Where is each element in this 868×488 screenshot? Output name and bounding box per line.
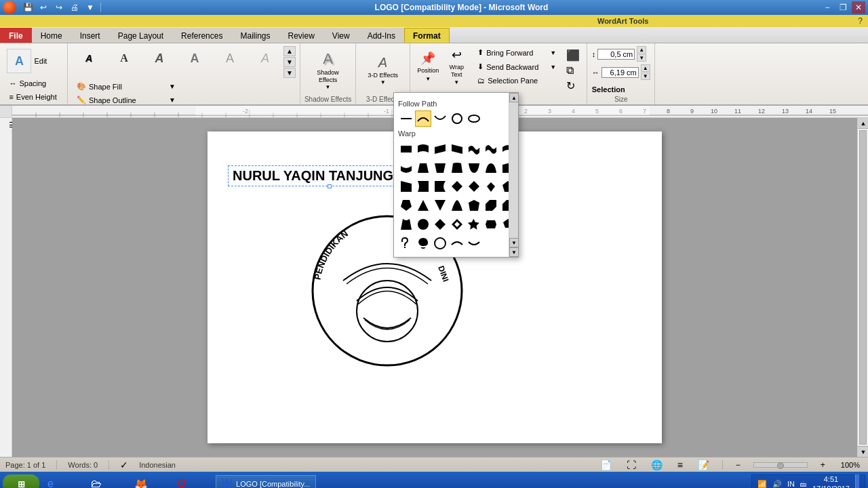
scroll-down-button[interactable]: ▼: [858, 446, 868, 457]
warp-30[interactable]: [415, 216, 431, 232]
warp-37[interactable]: [415, 235, 431, 251]
shadow-effects-button[interactable]: A Shadow Effects ▼: [308, 50, 349, 91]
path-shape-2[interactable]: [415, 110, 431, 127]
show-desktop[interactable]: [855, 474, 859, 488]
restore-button[interactable]: ❐: [836, 1, 850, 14]
web-layout-button[interactable]: 🌐: [649, 460, 665, 470]
warp-33[interactable]: [466, 216, 482, 232]
warp-20[interactable]: [483, 178, 499, 195]
save-button[interactable]: 💾: [21, 1, 35, 14]
warp-13[interactable]: [483, 159, 499, 176]
tab-format[interactable]: Format: [404, 28, 450, 43]
file-explorer-button[interactable]: 🗁: [85, 475, 126, 488]
warp-15[interactable]: [398, 178, 414, 195]
dropdown-scroll-up[interactable]: ▲: [509, 93, 519, 102]
warp-5[interactable]: [466, 140, 482, 157]
path-shape-3[interactable]: [432, 110, 448, 127]
clock[interactable]: 4:51 17/10/2017: [812, 474, 850, 488]
warp-22[interactable]: [398, 197, 414, 214]
shape-outline-button[interactable]: ✏️ Shape Outline ▼: [72, 94, 180, 106]
tab-mailings[interactable]: Mailings: [231, 28, 279, 43]
shape-fill-button[interactable]: 🎨 Shape Fill ▼: [72, 80, 180, 93]
warp-26[interactable]: [466, 197, 482, 214]
help-button[interactable]: ?: [852, 16, 868, 26]
send-backward-button[interactable]: ⬇Send Backward▼: [473, 60, 561, 73]
undo-button[interactable]: ↩: [37, 1, 50, 14]
ie-button[interactable]: e: [42, 475, 83, 488]
customize-qat-button[interactable]: ▼: [83, 1, 97, 14]
scroll-up-button[interactable]: ▲: [858, 118, 868, 129]
group-button[interactable]: ⧉: [566, 64, 580, 77]
volume-icon[interactable]: 🔊: [772, 480, 782, 489]
selection-pane-button[interactable]: 🗂Selection Pane: [473, 75, 561, 87]
network-icon[interactable]: 📶: [757, 480, 767, 489]
warp-34[interactable]: [483, 216, 499, 232]
tab-review[interactable]: Review: [279, 28, 323, 43]
warp-6[interactable]: [483, 140, 499, 157]
warp-23[interactable]: [415, 197, 431, 214]
full-screen-button[interactable]: ⛶: [625, 460, 638, 470]
warp-32[interactable]: [449, 216, 465, 232]
warp-12[interactable]: [466, 159, 482, 176]
print-layout-button[interactable]: 📄: [598, 460, 614, 470]
warp-40[interactable]: [466, 235, 482, 251]
wordart-style-3[interactable]: A: [142, 46, 176, 70]
wordart-gallery-scroll[interactable]: ▲ ▼ ▼: [283, 46, 296, 78]
position-button[interactable]: 📌 Position ▼: [414, 46, 441, 87]
outline-button[interactable]: ≡: [675, 460, 685, 470]
warp-29[interactable]: [398, 216, 414, 232]
warp-27[interactable]: [483, 197, 499, 214]
zoom-in-button[interactable]: +: [818, 460, 827, 470]
edit-wordart-button[interactable]: A Edit: [4, 46, 50, 76]
warp-3[interactable]: [432, 140, 448, 157]
height-input[interactable]: [597, 49, 635, 60]
tab-page-layout[interactable]: Page Layout: [109, 28, 172, 43]
path-shape-4[interactable]: [449, 110, 465, 127]
warp-17[interactable]: [432, 178, 448, 195]
rotate-button[interactable]: ↻: [566, 79, 580, 92]
wordart-style-1[interactable]: A: [72, 46, 106, 70]
warp-10[interactable]: [432, 159, 448, 176]
warp-16[interactable]: [415, 178, 431, 195]
warp-9[interactable]: [415, 159, 431, 176]
warp-1[interactable]: [398, 140, 414, 157]
width-spinner[interactable]: ▲ ▼: [641, 64, 650, 80]
word-taskbar-button[interactable]: W LOGO [Compatibility...: [216, 475, 316, 488]
dropdown-scroll-bottom[interactable]: ▼: [509, 247, 519, 257]
width-input[interactable]: [601, 67, 639, 78]
tab-references[interactable]: References: [172, 28, 231, 43]
language-indicator[interactable]: IN: [787, 480, 795, 488]
warp-2[interactable]: [415, 140, 431, 157]
warp-31[interactable]: [432, 216, 448, 232]
spacing-button[interactable]: ↔ Spacing: [4, 77, 62, 89]
firefox-button[interactable]: 🦊: [129, 475, 170, 488]
warp-4[interactable]: [449, 140, 465, 157]
warp-18[interactable]: [449, 178, 465, 195]
zoom-out-button[interactable]: −: [734, 460, 743, 470]
dropdown-scroll-down[interactable]: ▼: [509, 238, 519, 247]
bring-forward-button[interactable]: ⬆Bring Forward▼: [473, 46, 561, 59]
change-shape-dropdown[interactable]: Follow Path Warp: [393, 92, 519, 258]
scroll-thumb[interactable]: [859, 130, 867, 445]
start-button[interactable]: ⊞: [3, 474, 39, 488]
tab-home[interactable]: Home: [32, 28, 71, 43]
warp-36[interactable]: [398, 235, 414, 251]
warp-38[interactable]: [432, 235, 448, 251]
draft-button[interactable]: 📝: [696, 460, 711, 470]
tab-view[interactable]: View: [323, 28, 359, 43]
minimize-button[interactable]: −: [821, 1, 834, 14]
language[interactable]: Indonesian: [139, 461, 176, 469]
tab-file[interactable]: File: [0, 28, 32, 43]
tab-add-ins[interactable]: Add-Ins: [359, 28, 404, 43]
align-button[interactable]: ⬛: [566, 49, 580, 62]
tab-insert[interactable]: Insert: [71, 28, 109, 43]
opera-button[interactable]: O: [172, 475, 213, 488]
redo-button[interactable]: ↪: [52, 1, 66, 14]
warp-19[interactable]: [466, 178, 482, 195]
warp-25[interactable]: [449, 197, 465, 214]
wordart-style-5[interactable]: A: [213, 46, 247, 70]
close-button[interactable]: ✕: [852, 1, 865, 14]
warp-11[interactable]: [449, 159, 465, 176]
warp-8[interactable]: [398, 159, 414, 176]
height-spinner[interactable]: ▲ ▼: [637, 46, 646, 62]
